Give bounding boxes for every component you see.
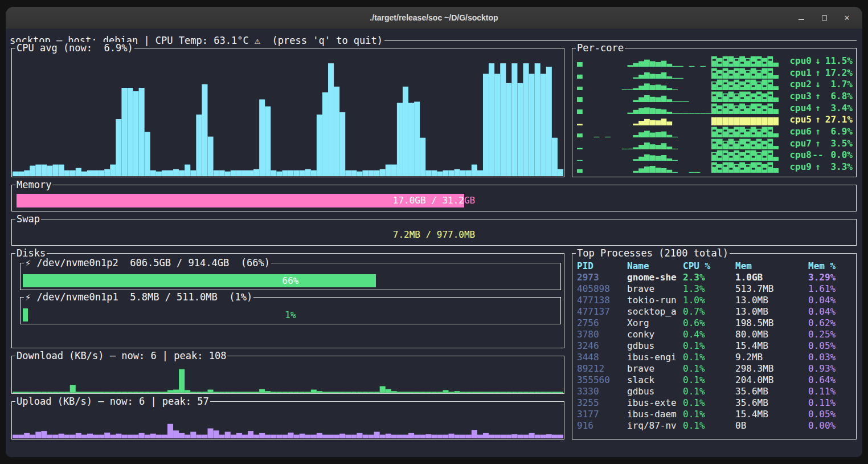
process-cell: socktop_a [627, 306, 683, 318]
process-row: 89212brave0.1%298.3MB0.93% [575, 363, 854, 375]
memory-title: Memory [15, 179, 52, 190]
memory-gauge: 17.0GB / 31.2GB17.0GB / 31.2GB [17, 194, 851, 207]
core-usage-value: 6.9% [824, 126, 853, 137]
process-cell: 1.61% [808, 283, 851, 295]
swap-gauge: 7.2MB / 977.0MB7.2MB / 977.0MB [17, 228, 851, 242]
process-cell: irq/87-nv [627, 420, 683, 432]
process-row: 3780conky0.4%80.0MB0.25% [575, 329, 854, 340]
process-cell: 0.04% [808, 306, 851, 318]
core-name: cpu1 [789, 67, 812, 79]
core-usage-value: 3.3% [824, 161, 853, 173]
process-cell: 916 [577, 420, 627, 432]
process-cell: 0.04% [808, 295, 851, 306]
core-usage-value: 1.7% [824, 79, 853, 90]
process-cell: 13.0MB [735, 295, 808, 306]
per-core-panel: Per-core cpu0↓11.5%cpu1↑17.2%cpu2↓1.7%cp… [572, 48, 857, 177]
process-cell: 2.3% [683, 272, 735, 283]
process-cell: 15.4MB [735, 340, 808, 352]
download-chart [13, 367, 563, 393]
process-cell: 0.62% [808, 318, 851, 329]
disks-panel: Disks ⚡ /dev/nvme0n1p2 606.5GB / 914.4GB… [11, 253, 564, 348]
process-cell: 204.0MB [735, 375, 808, 386]
process-cell: 35.6MB [735, 386, 808, 397]
column-header: Mem [735, 261, 808, 272]
per-core-row: cpu7↑3.5% [577, 138, 853, 149]
per-core-label: cpu2↓1.7% [789, 79, 853, 90]
per-core-rows: cpu0↓11.5%cpu1↑17.2%cpu2↓1.7%cpu3↑6.8%cp… [577, 55, 853, 173]
process-cell: 0.1% [683, 420, 735, 432]
process-cell: 405898 [577, 283, 627, 295]
process-cell: Xorg [627, 318, 683, 329]
minimize-button[interactable] [794, 10, 809, 25]
per-core-row: cpu2↓1.7% [577, 79, 853, 90]
top-processes-title: Top Processes (2100 total) [576, 247, 730, 259]
process-cell: 13.0MB [735, 306, 808, 318]
process-row: 2756Xorg0.6%198.5MB0.62% [575, 318, 854, 329]
process-cell: 0.1% [683, 409, 735, 420]
core-name: cpu8 [789, 149, 812, 161]
trend-icon: -- [812, 149, 824, 161]
core-usage-value: 0.0% [824, 149, 853, 161]
process-row: 3330gdbus0.1%35.6MB0.11% [575, 386, 854, 397]
process-cell: 3255 [577, 397, 627, 409]
core-usage-value: 27.1% [824, 114, 853, 125]
process-cell: 3330 [577, 386, 627, 397]
process-table: PIDNameCPU %MemMem % 2973gnome-she2.3%1.… [575, 261, 854, 432]
process-cell: brave [627, 283, 683, 295]
close-button[interactable]: ✕ [840, 10, 854, 25]
per-core-sparkline [577, 126, 779, 137]
process-cell: 3246 [577, 340, 627, 352]
process-cell: 0.05% [808, 340, 851, 352]
per-core-sparkline [577, 103, 779, 114]
upload-chart [13, 412, 563, 438]
process-cell: 477138 [577, 295, 627, 306]
process-cell: gdbus [627, 340, 683, 352]
process-cell: 0.05% [808, 409, 851, 420]
per-core-label: cpu8--0.0% [789, 149, 853, 161]
process-cell: gdbus [627, 386, 683, 397]
process-cell: 9.2MB [735, 352, 808, 363]
process-cell: 1.3% [683, 283, 735, 295]
swap-title: Swap [15, 213, 41, 225]
per-core-row: cpu5↑27.1% [577, 114, 853, 125]
download-panel: Download (KB/s) — now: 6 | peak: 108 [11, 356, 564, 394]
cpu-avg-panel: CPU avg (now: 6.9%) [11, 48, 564, 177]
process-cell: 477137 [577, 306, 627, 318]
per-core-row: cpu8--0.0% [577, 149, 853, 161]
process-row: 355560slack0.1%204.0MB0.64% [575, 375, 854, 386]
minimize-icon [799, 19, 804, 20]
per-core-sparkline [577, 114, 779, 125]
trend-icon: ↑ [812, 67, 824, 79]
process-row: 3246gdbus0.1%15.4MB0.05% [575, 340, 854, 352]
core-name: cpu3 [789, 91, 812, 102]
process-cell: 0.00% [808, 420, 851, 432]
process-cell: 0.1% [683, 352, 735, 363]
process-cell: 2756 [577, 318, 627, 329]
process-cell: 3.29% [808, 272, 851, 283]
per-core-label: cpu6↑6.9% [789, 126, 853, 137]
trend-icon: ↓ [812, 55, 824, 67]
process-cell: 0.11% [808, 397, 851, 409]
process-cell: 198.5MB [735, 318, 808, 329]
process-cell: ibus-engi [627, 352, 683, 363]
process-cell: ibus-daem [627, 409, 683, 420]
download-title: Download (KB/s) — now: 6 | peak: 108 [15, 350, 227, 361]
header-rule [384, 40, 857, 41]
maximize-button[interactable] [817, 10, 832, 25]
core-name: cpu9 [789, 161, 812, 173]
process-cell: 0.93% [808, 363, 851, 375]
swap-panel: Swap 7.2MB / 977.0MB7.2MB / 977.0MB [11, 219, 857, 246]
per-core-label: cpu9↑3.3% [789, 161, 853, 173]
per-core-sparkline [577, 138, 779, 149]
per-core-row: cpu1↑17.2% [577, 67, 853, 79]
disk-subpanel-title: ⚡ /dev/nvme0n1p1 5.8MB / 511.0MB (1%) [24, 291, 253, 303]
per-core-label: cpu4↑3.4% [789, 103, 853, 114]
process-row: 2973gnome-she2.3%1.0GB3.29% [575, 272, 854, 283]
process-cell: 0.11% [808, 386, 851, 397]
top-processes-panel: Top Processes (2100 total) PIDNameCPU %M… [572, 253, 857, 439]
process-table-header: PIDNameCPU %MemMem % [575, 261, 854, 272]
process-cell: brave [627, 363, 683, 375]
process-row: 405898brave1.3%513.7MB1.61% [575, 283, 854, 295]
process-cell: 0.1% [683, 340, 735, 352]
per-core-title: Per-core [576, 42, 625, 54]
